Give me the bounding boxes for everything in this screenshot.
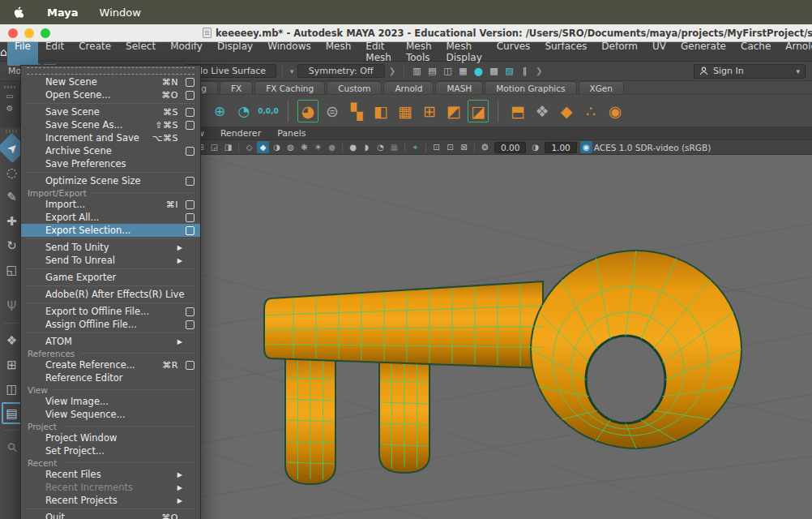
mash-flatten-icon[interactable]: ❖ <box>532 100 553 122</box>
shelf-tab-mash[interactable]: MASH <box>435 81 483 94</box>
xray-icon[interactable]: ● <box>347 141 359 153</box>
scale-tool[interactable]: ◱ <box>2 259 23 281</box>
sign-in-button[interactable]: Sign In ▾ <box>694 64 806 79</box>
shelf-gear-icon[interactable]: ⚙ <box>6 104 14 113</box>
panel-menu-renderer[interactable]: Renderer <box>213 128 268 139</box>
mash-grid-icon[interactable]: ▦ <box>395 100 416 122</box>
option-box-icon[interactable] <box>186 307 194 316</box>
file-menu-item-quit[interactable]: Quit⌘Q <box>21 511 200 519</box>
file-menu-item-adobe-r-after-effects-r-live-link[interactable]: Adobe(R) After Effects(R) Live Link <box>21 288 200 301</box>
panel-layout-copy-icon[interactable]: ⊡ <box>430 141 442 153</box>
shelf-tab-motion-graphics[interactable]: Motion Graphics <box>485 81 576 94</box>
shadows-toggle-icon[interactable]: ● <box>326 141 338 153</box>
option-box-icon[interactable] <box>186 200 194 209</box>
file-menu-item-import[interactable]: Import...⌘I <box>21 198 200 211</box>
file-menu-item-save-scene[interactable]: Save Scene⌘S <box>21 105 200 118</box>
wireframe-on-shaded-icon[interactable]: ◑ <box>271 141 283 153</box>
isolate-select-icon[interactable]: ◔ <box>374 141 387 153</box>
file-menu-item-export-selection[interactable]: Export Selection... <box>21 224 200 237</box>
mash-cube-icon[interactable]: ◆ <box>556 100 577 122</box>
option-box-icon[interactable] <box>186 177 194 186</box>
gamma-value[interactable]: 1.00 <box>545 142 576 153</box>
render-sequence-icon[interactable]: ▦ <box>456 64 470 79</box>
file-menu-item-game-exporter[interactable]: Game Exporter <box>21 271 200 284</box>
file-menu-item-increment-and-save[interactable]: Increment and Save⌥⌘S <box>21 131 200 144</box>
option-box-icon[interactable] <box>186 121 194 130</box>
file-menu-item-export-all[interactable]: Export All... <box>21 211 200 224</box>
file-menu-item-recent-projects[interactable]: Recent Projects▶ <box>21 494 200 507</box>
option-box-icon[interactable] <box>186 78 194 87</box>
zero-transforms-icon[interactable]: 0,0,0 <box>258 100 279 122</box>
render-settings-icon[interactable]: ▥ <box>410 64 424 79</box>
minimize-window-button[interactable] <box>24 28 34 38</box>
exposure-value[interactable]: 0.00 <box>494 142 526 153</box>
mash-editor-icon[interactable]: ⊜ <box>322 100 343 122</box>
file-menu-item-archive-scene[interactable]: Archive Scene <box>21 144 200 157</box>
mash-offset-icon[interactable]: ⊞ <box>419 100 440 122</box>
aces-icon[interactable]: ◉ <box>580 141 592 153</box>
apple-logo-icon[interactable] <box>13 6 26 19</box>
zoom-window-button[interactable] <box>41 28 50 38</box>
mash-points-icon[interactable]: ∴ <box>580 100 601 122</box>
option-box-icon[interactable] <box>186 226 194 235</box>
file-menu-item-view-image[interactable]: View Image... <box>21 395 200 408</box>
plugin-shading-icon[interactable]: ▦ <box>388 141 400 153</box>
material-override-icon[interactable]: ❋ <box>298 141 310 153</box>
joint-tool[interactable]: Ψ <box>2 295 23 317</box>
mash-orient-icon[interactable]: ◩ <box>443 100 464 122</box>
file-menu-item-save-scene-as[interactable]: Save Scene As...⇧⌘S <box>21 118 200 131</box>
file-menu-item-open-scene[interactable]: Open Scene...⌘O <box>21 88 200 101</box>
mash-distribute-icon[interactable]: ▚ <box>346 100 367 122</box>
safe-title-icon[interactable]: ◨ <box>222 141 234 153</box>
gamma-icon[interactable]: ◑ <box>529 141 541 153</box>
expand-arrow-icon[interactable]: ❯ <box>387 66 398 75</box>
file-menu-item-export-to-offline-file[interactable]: Export to Offline File... <box>21 305 200 318</box>
file-menu-item-create-reference[interactable]: Create Reference...⌘R <box>21 358 200 371</box>
layout-split[interactable]: ◫ <box>2 378 23 400</box>
file-menu-item-view-sequence[interactable]: View Sequence... <box>21 408 200 421</box>
macos-app-menu[interactable]: Maya <box>47 6 79 19</box>
mash-rotate-icon[interactable]: ◪ <box>468 100 489 122</box>
option-box-icon[interactable] <box>186 213 194 222</box>
panel-menu-panels[interactable]: Panels <box>270 128 313 139</box>
file-menu-item-assign-offline-file[interactable]: Assign Offline File... <box>21 318 200 331</box>
paint-select-tool[interactable]: ✎ <box>2 186 23 208</box>
shelf-tab-custom[interactable]: Custom <box>327 81 382 94</box>
shelf-tab-selector-icon[interactable]: ▭ <box>6 92 13 101</box>
file-menu-item-set-project[interactable]: Set Project... <box>21 444 200 457</box>
option-box-icon[interactable] <box>186 91 194 100</box>
expand-arrow2-icon[interactable]: ❯ <box>533 66 545 75</box>
panel-tearoff-icon[interactable]: ⊠ <box>458 141 470 153</box>
file-menu-item-send-to-unity[interactable]: Send To Unity▶ <box>21 241 200 254</box>
close-window-button[interactable] <box>8 28 18 38</box>
ipr-render-icon[interactable]: ◫ <box>441 64 455 79</box>
panel-layout-paste-icon[interactable]: ⊡ <box>444 141 456 153</box>
rotate-tool[interactable]: ↻ <box>2 234 23 256</box>
file-menu-item-send-to-unreal[interactable]: Send To Unreal▶ <box>21 254 200 267</box>
safe-action-icon[interactable]: ◲ <box>208 141 220 153</box>
colorspace-label[interactable]: ACES 1.0 SDR-video (sRGB) <box>594 143 711 152</box>
shaded-mode-icon[interactable]: ◆ <box>257 141 269 153</box>
macos-window-menu[interactable]: Window <box>100 6 141 19</box>
option-box-icon[interactable] <box>186 320 194 329</box>
symmetry-field[interactable]: Symmetry: Off <box>297 64 385 78</box>
file-menu-item-new-scene[interactable]: New Scene⌘N <box>21 75 200 88</box>
render-current-frame-icon[interactable]: ● <box>472 64 485 79</box>
file-menu-item-save-preferences[interactable]: Save Preferences <box>21 157 200 170</box>
file-menu-item-recent-files[interactable]: Recent Files▶ <box>21 468 200 481</box>
lighting-toggle-icon[interactable]: ☀ <box>312 141 324 153</box>
lookdev-icon[interactable]: ▩ <box>487 64 501 79</box>
file-menu-item-project-window[interactable]: Project Window <box>21 431 200 444</box>
option-box-icon[interactable] <box>186 108 194 117</box>
mash-mirror-icon[interactable]: ◧ <box>370 100 391 122</box>
option-box-icon[interactable] <box>186 147 194 156</box>
shelf-tab-fx[interactable]: FX <box>220 81 253 94</box>
move-tool[interactable]: ✚ <box>2 210 23 232</box>
reset-time-icon[interactable]: ◔ <box>233 100 254 122</box>
shelf-tab-fx-caching[interactable]: FX Caching <box>254 81 325 94</box>
symmetry-caret-icon[interactable]: ▾ <box>288 67 296 75</box>
file-menu-item-recent-increments[interactable]: Recent Increments▶ <box>21 481 200 494</box>
backface-icon[interactable]: ◗ <box>361 141 373 153</box>
file-menu-item-atom[interactable]: ATOM▶ <box>21 335 200 348</box>
file-menu-item-optimize-scene-size[interactable]: Optimize Scene Size <box>21 174 200 187</box>
